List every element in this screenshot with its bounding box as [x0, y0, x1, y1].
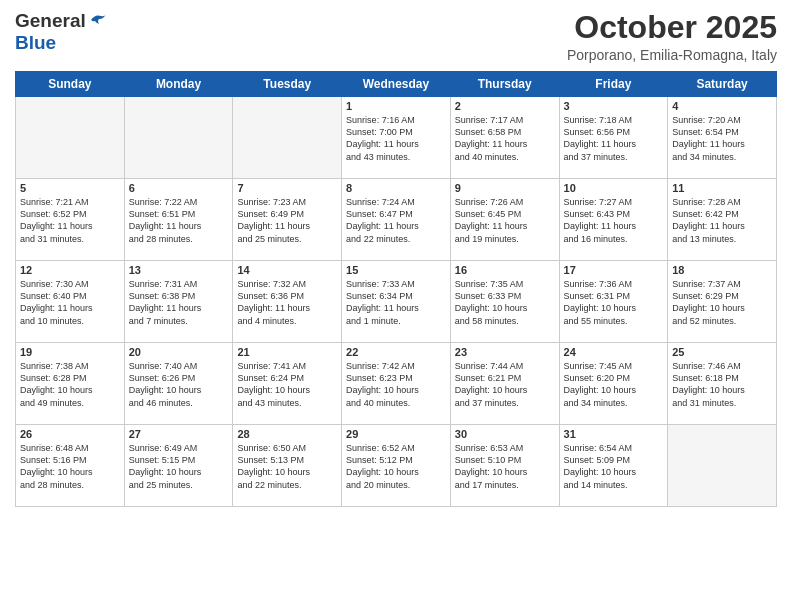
day-info: Sunrise: 7:33 AM Sunset: 6:34 PM Dayligh…	[346, 278, 446, 327]
table-row: 25Sunrise: 7:46 AM Sunset: 6:18 PM Dayli…	[668, 343, 777, 425]
table-row: 5Sunrise: 7:21 AM Sunset: 6:52 PM Daylig…	[16, 179, 125, 261]
day-info: Sunrise: 7:22 AM Sunset: 6:51 PM Dayligh…	[129, 196, 229, 245]
table-row: 24Sunrise: 7:45 AM Sunset: 6:20 PM Dayli…	[559, 343, 668, 425]
day-info: Sunrise: 7:23 AM Sunset: 6:49 PM Dayligh…	[237, 196, 337, 245]
day-number: 6	[129, 182, 229, 194]
day-info: Sunrise: 7:20 AM Sunset: 6:54 PM Dayligh…	[672, 114, 772, 163]
table-row: 3Sunrise: 7:18 AM Sunset: 6:56 PM Daylig…	[559, 97, 668, 179]
day-number: 16	[455, 264, 555, 276]
table-row: 30Sunrise: 6:53 AM Sunset: 5:10 PM Dayli…	[450, 425, 559, 507]
day-number: 31	[564, 428, 664, 440]
col-wednesday: Wednesday	[342, 72, 451, 97]
day-info: Sunrise: 6:49 AM Sunset: 5:15 PM Dayligh…	[129, 442, 229, 491]
day-number: 3	[564, 100, 664, 112]
header: General Blue October 2025 Porporano, Emi…	[15, 10, 777, 63]
day-number: 28	[237, 428, 337, 440]
calendar-week-row: 26Sunrise: 6:48 AM Sunset: 5:16 PM Dayli…	[16, 425, 777, 507]
day-number: 5	[20, 182, 120, 194]
logo-bird-icon	[89, 12, 107, 32]
table-row: 11Sunrise: 7:28 AM Sunset: 6:42 PM Dayli…	[668, 179, 777, 261]
table-row: 6Sunrise: 7:22 AM Sunset: 6:51 PM Daylig…	[124, 179, 233, 261]
day-number: 14	[237, 264, 337, 276]
day-number: 21	[237, 346, 337, 358]
col-thursday: Thursday	[450, 72, 559, 97]
table-row	[668, 425, 777, 507]
day-info: Sunrise: 7:35 AM Sunset: 6:33 PM Dayligh…	[455, 278, 555, 327]
day-info: Sunrise: 7:16 AM Sunset: 7:00 PM Dayligh…	[346, 114, 446, 163]
table-row: 9Sunrise: 7:26 AM Sunset: 6:45 PM Daylig…	[450, 179, 559, 261]
day-number: 19	[20, 346, 120, 358]
day-info: Sunrise: 6:52 AM Sunset: 5:12 PM Dayligh…	[346, 442, 446, 491]
day-number: 1	[346, 100, 446, 112]
day-number: 8	[346, 182, 446, 194]
table-row: 23Sunrise: 7:44 AM Sunset: 6:21 PM Dayli…	[450, 343, 559, 425]
table-row: 2Sunrise: 7:17 AM Sunset: 6:58 PM Daylig…	[450, 97, 559, 179]
day-number: 4	[672, 100, 772, 112]
day-number: 25	[672, 346, 772, 358]
day-info: Sunrise: 7:21 AM Sunset: 6:52 PM Dayligh…	[20, 196, 120, 245]
day-info: Sunrise: 7:26 AM Sunset: 6:45 PM Dayligh…	[455, 196, 555, 245]
day-info: Sunrise: 6:50 AM Sunset: 5:13 PM Dayligh…	[237, 442, 337, 491]
day-info: Sunrise: 7:36 AM Sunset: 6:31 PM Dayligh…	[564, 278, 664, 327]
table-row: 18Sunrise: 7:37 AM Sunset: 6:29 PM Dayli…	[668, 261, 777, 343]
table-row: 7Sunrise: 7:23 AM Sunset: 6:49 PM Daylig…	[233, 179, 342, 261]
day-info: Sunrise: 7:32 AM Sunset: 6:36 PM Dayligh…	[237, 278, 337, 327]
day-info: Sunrise: 7:24 AM Sunset: 6:47 PM Dayligh…	[346, 196, 446, 245]
page: General Blue October 2025 Porporano, Emi…	[0, 0, 792, 612]
day-number: 9	[455, 182, 555, 194]
table-row: 26Sunrise: 6:48 AM Sunset: 5:16 PM Dayli…	[16, 425, 125, 507]
day-number: 26	[20, 428, 120, 440]
table-row: 31Sunrise: 6:54 AM Sunset: 5:09 PM Dayli…	[559, 425, 668, 507]
day-number: 10	[564, 182, 664, 194]
day-number: 29	[346, 428, 446, 440]
day-info: Sunrise: 7:38 AM Sunset: 6:28 PM Dayligh…	[20, 360, 120, 409]
table-row: 8Sunrise: 7:24 AM Sunset: 6:47 PM Daylig…	[342, 179, 451, 261]
day-info: Sunrise: 7:31 AM Sunset: 6:38 PM Dayligh…	[129, 278, 229, 327]
bird-svg	[89, 12, 107, 28]
logo-blue-text: Blue	[15, 32, 56, 53]
title-block: October 2025 Porporano, Emilia-Romagna, …	[567, 10, 777, 63]
table-row: 16Sunrise: 7:35 AM Sunset: 6:33 PM Dayli…	[450, 261, 559, 343]
table-row: 17Sunrise: 7:36 AM Sunset: 6:31 PM Dayli…	[559, 261, 668, 343]
day-info: Sunrise: 7:30 AM Sunset: 6:40 PM Dayligh…	[20, 278, 120, 327]
calendar-week-row: 12Sunrise: 7:30 AM Sunset: 6:40 PM Dayli…	[16, 261, 777, 343]
table-row: 1Sunrise: 7:16 AM Sunset: 7:00 PM Daylig…	[342, 97, 451, 179]
day-info: Sunrise: 6:48 AM Sunset: 5:16 PM Dayligh…	[20, 442, 120, 491]
day-info: Sunrise: 7:37 AM Sunset: 6:29 PM Dayligh…	[672, 278, 772, 327]
col-tuesday: Tuesday	[233, 72, 342, 97]
day-info: Sunrise: 7:40 AM Sunset: 6:26 PM Dayligh…	[129, 360, 229, 409]
day-number: 12	[20, 264, 120, 276]
month-title: October 2025	[567, 10, 777, 45]
table-row: 21Sunrise: 7:41 AM Sunset: 6:24 PM Dayli…	[233, 343, 342, 425]
day-info: Sunrise: 6:54 AM Sunset: 5:09 PM Dayligh…	[564, 442, 664, 491]
table-row: 12Sunrise: 7:30 AM Sunset: 6:40 PM Dayli…	[16, 261, 125, 343]
day-info: Sunrise: 7:44 AM Sunset: 6:21 PM Dayligh…	[455, 360, 555, 409]
day-number: 18	[672, 264, 772, 276]
calendar-table: Sunday Monday Tuesday Wednesday Thursday…	[15, 71, 777, 507]
day-number: 30	[455, 428, 555, 440]
day-info: Sunrise: 7:45 AM Sunset: 6:20 PM Dayligh…	[564, 360, 664, 409]
col-monday: Monday	[124, 72, 233, 97]
table-row: 28Sunrise: 6:50 AM Sunset: 5:13 PM Dayli…	[233, 425, 342, 507]
col-sunday: Sunday	[16, 72, 125, 97]
logo: General Blue	[15, 10, 107, 54]
table-row: 14Sunrise: 7:32 AM Sunset: 6:36 PM Dayli…	[233, 261, 342, 343]
day-info: Sunrise: 6:53 AM Sunset: 5:10 PM Dayligh…	[455, 442, 555, 491]
day-info: Sunrise: 7:27 AM Sunset: 6:43 PM Dayligh…	[564, 196, 664, 245]
calendar-week-row: 1Sunrise: 7:16 AM Sunset: 7:00 PM Daylig…	[16, 97, 777, 179]
day-number: 15	[346, 264, 446, 276]
table-row: 4Sunrise: 7:20 AM Sunset: 6:54 PM Daylig…	[668, 97, 777, 179]
col-friday: Friday	[559, 72, 668, 97]
day-number: 17	[564, 264, 664, 276]
table-row: 19Sunrise: 7:38 AM Sunset: 6:28 PM Dayli…	[16, 343, 125, 425]
table-row: 10Sunrise: 7:27 AM Sunset: 6:43 PM Dayli…	[559, 179, 668, 261]
table-row: 29Sunrise: 6:52 AM Sunset: 5:12 PM Dayli…	[342, 425, 451, 507]
day-number: 23	[455, 346, 555, 358]
day-info: Sunrise: 7:17 AM Sunset: 6:58 PM Dayligh…	[455, 114, 555, 163]
day-number: 11	[672, 182, 772, 194]
table-row: 20Sunrise: 7:40 AM Sunset: 6:26 PM Dayli…	[124, 343, 233, 425]
calendar-week-row: 19Sunrise: 7:38 AM Sunset: 6:28 PM Dayli…	[16, 343, 777, 425]
table-row: 22Sunrise: 7:42 AM Sunset: 6:23 PM Dayli…	[342, 343, 451, 425]
table-row	[16, 97, 125, 179]
day-number: 2	[455, 100, 555, 112]
